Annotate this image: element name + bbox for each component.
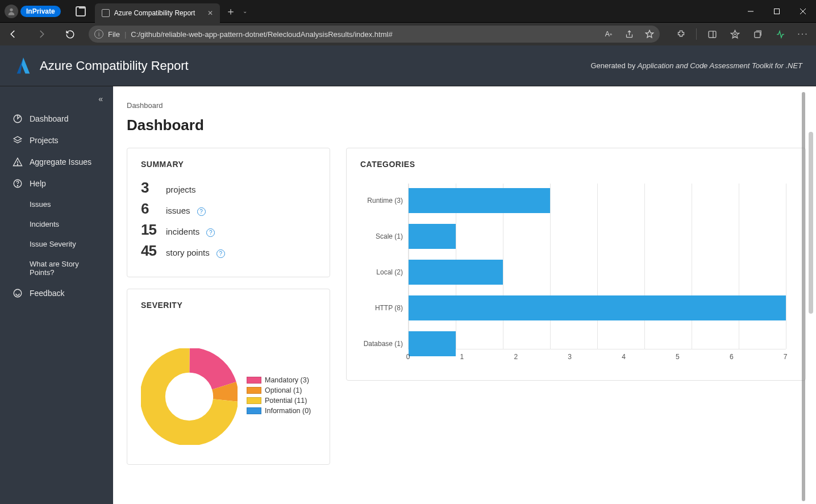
bar-category-label: HTTP (8) (375, 304, 403, 312)
sidebar-subitem-story-points[interactable]: What are Story Points? (0, 254, 113, 282)
feedback-icon (13, 288, 23, 298)
legend-optional[interactable]: Optional (1) (247, 386, 311, 394)
settings-more-icon[interactable]: ··· (793, 24, 813, 44)
sidebar-item-label: Feedback (30, 289, 64, 298)
sidebar-item-label: Projects (30, 136, 59, 145)
browser-toolbar-right: ··· (671, 24, 813, 44)
categories-card: CATEGORIES Runtime (3)Scale (1)Local (2)… (346, 148, 806, 381)
site-info-icon[interactable]: i (94, 30, 103, 39)
share-icon[interactable] (621, 24, 637, 44)
bar-row[interactable]: Local (2) (409, 260, 786, 285)
metric-story-points: 45 story points ? (141, 242, 316, 260)
url-box[interactable]: i File | C:/github/reliable-web-app-patt… (89, 26, 660, 43)
x-tick-label: 0 (406, 353, 410, 361)
x-tick-label: 4 (622, 353, 626, 361)
collapse-sidebar-button[interactable]: « (0, 92, 113, 108)
x-tick-label: 2 (514, 353, 518, 361)
bar (409, 295, 786, 320)
summary-title: SUMMARY (141, 160, 316, 169)
x-tick-label: 1 (460, 353, 464, 361)
minimize-button[interactable] (738, 0, 764, 23)
close-window-button[interactable] (790, 0, 816, 23)
bar-row[interactable]: Scale (1) (409, 224, 786, 249)
categories-title: CATEGORIES (360, 160, 792, 169)
browser-window: InPrivate Azure Compatibility Report ✕ ＋… (0, 0, 816, 45)
metric-issues: 6 issues ? (141, 200, 316, 218)
swatch-icon (247, 377, 261, 384)
svg-point-15 (14, 289, 22, 297)
sidebar-item-label: Dashboard (30, 114, 69, 123)
app-root: Azure Compatibility Report Generated by … (0, 45, 816, 504)
app-header: Azure Compatibility Report Generated by … (0, 45, 816, 86)
read-aloud-icon[interactable]: A» (601, 24, 617, 44)
bar-category-label: Runtime (3) (367, 197, 403, 205)
severity-card: SEVERITY Mandatory (3) Optional (1) Pote… (127, 289, 330, 465)
favorites-icon[interactable] (725, 24, 744, 44)
svg-rect-5 (709, 31, 716, 37)
sidebar-subitem-issue-severity[interactable]: Issue Severity (0, 234, 113, 254)
profile-avatar-icon[interactable] (5, 5, 18, 18)
sidebar-subitem-incidents[interactable]: Incidents (0, 214, 113, 234)
warning-icon (13, 157, 23, 167)
sidebar-toggle-icon[interactable] (702, 24, 722, 44)
url-text: C:/github/reliable-web-app-pattern-dotne… (131, 30, 596, 39)
metric-incidents: 15 incidents ? (141, 221, 316, 239)
bar (409, 224, 456, 249)
close-tab-button[interactable]: ✕ (207, 9, 213, 17)
swatch-icon (247, 407, 261, 414)
legend-potential[interactable]: Potential (11) (247, 397, 311, 405)
sidebar-item-dashboard[interactable]: Dashboard (0, 108, 113, 130)
refresh-button[interactable] (60, 24, 80, 44)
sidebar-item-aggregate-issues[interactable]: Aggregate Issues (0, 151, 113, 173)
main-content: Dashboard Dashboard SUMMARY 3 projects 6… (113, 86, 816, 504)
legend-information[interactable]: Information (0) (247, 407, 311, 415)
bar-category-label: Database (1) (364, 340, 403, 348)
browser-tab[interactable]: Azure Compatibility Report ✕ (95, 3, 220, 23)
help-icon (13, 178, 23, 189)
favorite-icon[interactable] (642, 24, 657, 44)
sidebar-item-help[interactable]: Help (0, 173, 113, 194)
sidebar-item-label: Aggregate Issues (30, 157, 91, 166)
help-bubble-icon[interactable]: ? (206, 228, 215, 237)
collections-icon[interactable] (748, 24, 767, 44)
window-scrollbar-thumb[interactable] (802, 92, 805, 501)
bar (409, 260, 503, 285)
help-bubble-icon[interactable]: ? (217, 249, 225, 258)
bar (409, 331, 456, 356)
bar-category-label: Scale (1) (376, 232, 403, 240)
legend-mandatory[interactable]: Mandatory (3) (247, 376, 311, 384)
breadcrumb[interactable]: Dashboard (127, 101, 806, 110)
tab-chevron-down-icon[interactable]: ⌄ (243, 8, 247, 14)
tab-title: Azure Compatibility Report (114, 9, 195, 17)
azure-logo-icon (14, 56, 33, 76)
title-bar: InPrivate Azure Compatibility Report ✕ ＋… (0, 0, 816, 23)
categories-bar-chart: Runtime (3)Scale (1)Local (2)HTTP (8)Dat… (360, 179, 792, 366)
sidebar-subitem-issues[interactable]: Issues (0, 194, 113, 214)
maximize-button[interactable] (764, 0, 790, 23)
severity-donut-chart (141, 348, 238, 445)
bar-row[interactable]: HTTP (8) (409, 295, 786, 320)
tab-actions-icon[interactable] (76, 6, 86, 16)
x-tick-label: 6 (730, 353, 734, 361)
url-protocol-label: File (108, 30, 120, 39)
svg-point-14 (17, 185, 18, 186)
help-bubble-icon[interactable]: ? (197, 207, 206, 216)
app-title: Azure Compatibility Report (40, 59, 189, 73)
back-button[interactable] (3, 24, 23, 44)
swatch-icon (247, 397, 261, 404)
x-tick-label: 3 (568, 353, 572, 361)
sidebar-item-projects[interactable]: Projects (0, 130, 113, 151)
generated-by-text: Generated by Application and Code Assess… (590, 61, 802, 70)
svg-rect-9 (754, 32, 760, 38)
content-scrollbar-thumb[interactable] (809, 132, 813, 314)
metric-projects: 3 projects (141, 179, 316, 197)
performance-icon[interactable] (771, 24, 790, 44)
bar-row[interactable]: Runtime (3) (409, 188, 786, 213)
sidebar-item-feedback[interactable]: Feedback (0, 282, 113, 304)
new-tab-button[interactable]: ＋ (226, 5, 236, 18)
page-title: Dashboard (127, 116, 806, 134)
pie-chart-icon (13, 114, 23, 124)
extensions-icon[interactable] (671, 24, 690, 44)
sidebar-item-label: Help (30, 179, 46, 188)
forward-button[interactable] (32, 24, 51, 44)
